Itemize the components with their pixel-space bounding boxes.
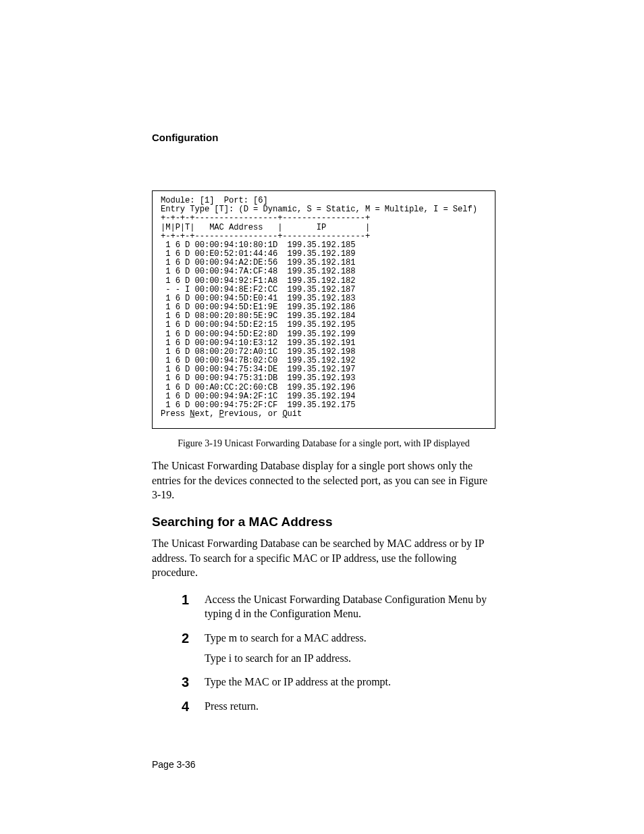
terminal-output: Module: [1] Port: [6] Entry Type [T]: (D… [152,190,495,429]
step-text: Press return. [205,699,259,714]
terminal-prompt: Press Next, Previous, or Quit [161,409,302,419]
step-body: Type the MAC or IP address at the prompt… [205,675,391,695]
subheading: Searching for a MAC Address [152,515,495,529]
paragraph-intro: The Unicast Forwarding Database can be s… [152,536,495,580]
step: 3Type the MAC or IP address at the promp… [182,675,495,695]
step-text: Type the MAC or IP address at the prompt… [205,675,391,689]
page-number: Page 3-36 [152,759,196,770]
step-text: Type i to search for an IP address. [205,651,367,666]
step-body: Press return. [205,699,259,719]
step: 2Type m to search for a MAC address.Type… [182,631,495,671]
step: 4Press return. [182,699,495,719]
step-number: 4 [182,699,205,714]
step-body: Type m to search for a MAC address.Type … [205,631,367,671]
procedure-steps: 1Access the Unicast Forwarding Database … [182,592,495,719]
step: 1Access the Unicast Forwarding Database … [182,592,495,627]
step-text: Access the Unicast Forwarding Database C… [205,592,495,621]
step-number: 3 [182,675,205,690]
section-header: Configuration [152,132,495,143]
step-body: Access the Unicast Forwarding Database C… [205,592,495,627]
page: Configuration Module: [1] Port: [6] Entr… [0,0,644,834]
step-number: 1 [182,592,205,608]
step-number: 2 [182,631,205,646]
paragraph-description: The Unicast Forwarding Database display … [152,459,495,502]
figure-caption: Figure 3-19 Unicast Forwarding Database … [152,438,495,449]
step-text: Type m to search for a MAC address. [205,631,367,646]
